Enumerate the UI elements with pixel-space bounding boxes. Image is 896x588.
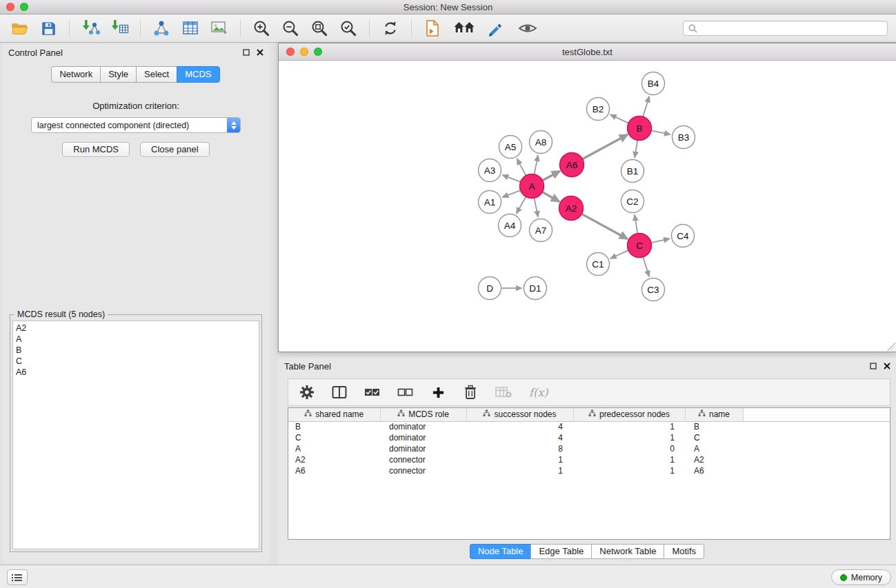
- table-row[interactable]: Bdominator41B: [288, 421, 890, 432]
- export-image-icon[interactable]: [208, 17, 230, 39]
- graph-node-D1[interactable]: D1: [524, 277, 547, 300]
- graph-node-C3[interactable]: C3: [642, 278, 665, 301]
- graph-node-C4[interactable]: C4: [672, 225, 695, 247]
- memory-button[interactable]: Memory: [831, 569, 891, 585]
- float-panel-icon[interactable]: [243, 48, 250, 58]
- close-table-panel-icon[interactable]: [884, 361, 890, 372]
- import-network-from-file-icon[interactable]: [79, 17, 101, 39]
- show-columns-icon[interactable]: [332, 383, 347, 401]
- graph-edge-A-A7[interactable]: [534, 198, 538, 217]
- graph-node-B1[interactable]: B1: [621, 160, 644, 183]
- graph-node-B3[interactable]: B3: [673, 126, 695, 149]
- column-header-predecessor-nodes[interactable]: predecessor nodes: [573, 408, 685, 421]
- tab-node-table[interactable]: Node Table: [470, 544, 532, 559]
- table-row[interactable]: A6connector11A6: [288, 465, 890, 476]
- graph-edge-B-B1[interactable]: [635, 140, 637, 157]
- minimize-network-window-button[interactable]: [300, 48, 308, 56]
- tab-style[interactable]: Style: [100, 66, 137, 83]
- save-session-icon[interactable]: [37, 17, 59, 39]
- tab-edge-table[interactable]: Edge Table: [530, 544, 592, 559]
- criterion-dropdown[interactable]: largest connected component (directed): [31, 117, 241, 133]
- apply-layout-icon[interactable]: [379, 17, 401, 39]
- zoom-network-window-button[interactable]: [314, 48, 322, 56]
- graph-edge-A-A3[interactable]: [502, 175, 520, 182]
- delete-column-icon[interactable]: [463, 383, 478, 401]
- column-header-name[interactable]: name: [685, 408, 743, 421]
- window-resize-grip[interactable]: [887, 343, 895, 351]
- tab-mcds[interactable]: MCDS: [177, 66, 219, 83]
- graph-edge-A-A2[interactable]: [542, 192, 559, 202]
- create-column-icon[interactable]: [430, 383, 446, 401]
- table-row[interactable]: Adominator80A: [288, 443, 890, 454]
- new-network-icon[interactable]: [150, 17, 172, 39]
- zoom-in-icon[interactable]: [250, 17, 272, 39]
- annotation-pen-icon[interactable]: [485, 17, 507, 39]
- graph-edge-C-C1[interactable]: [610, 250, 628, 258]
- tab-motifs[interactable]: Motifs: [664, 544, 704, 559]
- export-document-icon[interactable]: [421, 17, 444, 39]
- graph-node-A2[interactable]: A2: [559, 196, 584, 221]
- table-settings-gear-icon[interactable]: [299, 383, 315, 401]
- search-input[interactable]: [701, 23, 882, 33]
- mcds-result-item[interactable]: A6: [16, 367, 259, 378]
- tab-select[interactable]: Select: [136, 66, 177, 83]
- graph-edge-A-A1[interactable]: [502, 190, 520, 197]
- float-table-panel-icon[interactable]: [870, 361, 877, 372]
- graph-node-D[interactable]: D: [479, 277, 501, 300]
- task-history-button[interactable]: [7, 569, 28, 585]
- graph-node-A1[interactable]: A1: [479, 191, 501, 214]
- graph-node-A7[interactable]: A7: [530, 219, 552, 242]
- network-window-titlebar[interactable]: testGlobe.txt: [279, 43, 896, 61]
- graph-node-B2[interactable]: B2: [587, 98, 610, 121]
- close-panel-icon[interactable]: [257, 48, 263, 58]
- tab-network-table[interactable]: Network Table: [591, 544, 664, 559]
- new-table-icon[interactable]: [179, 17, 201, 39]
- eye-icon[interactable]: [517, 17, 539, 39]
- mcds-result-item[interactable]: A: [16, 334, 259, 345]
- graph-edge-B-B3[interactable]: [651, 130, 670, 134]
- search-field[interactable]: [683, 21, 888, 36]
- graph-node-A3[interactable]: A3: [479, 159, 501, 182]
- graph-edge-A2-C[interactable]: [581, 214, 628, 239]
- open-session-icon[interactable]: [8, 17, 30, 39]
- graph-node-B[interactable]: B: [628, 116, 652, 141]
- mcds-result-item[interactable]: C: [16, 356, 259, 367]
- graph-edge-A-A6[interactable]: [542, 171, 559, 181]
- graph-node-C2[interactable]: C2: [621, 190, 644, 213]
- deselect-all-rows-icon[interactable]: [397, 383, 413, 401]
- graph-edge-C-C4[interactable]: [651, 239, 670, 243]
- graph-edge-C-C3[interactable]: [643, 257, 649, 277]
- run-mcds-button[interactable]: Run MCDS: [62, 142, 130, 157]
- column-header-mcds-role[interactable]: MCDS role: [380, 408, 466, 421]
- network-canvas[interactable]: B4B2BB3A5A8A6B1A3AC2A1A2A4A7C4CC1C3DD1: [279, 61, 896, 352]
- graph-edge-B-B4[interactable]: [643, 97, 649, 117]
- graph-edge-A-A8[interactable]: [534, 155, 538, 174]
- zoom-out-icon[interactable]: [279, 17, 301, 39]
- zoom-fit-icon[interactable]: [308, 17, 330, 39]
- graph-node-A5[interactable]: A5: [499, 136, 522, 159]
- mcds-result-item[interactable]: B: [16, 345, 259, 356]
- close-network-window-button[interactable]: [286, 48, 295, 56]
- mcds-result-item[interactable]: A2: [16, 323, 259, 334]
- graph-node-A[interactable]: A: [520, 174, 544, 199]
- table-row[interactable]: Cdominator41C: [288, 432, 890, 443]
- import-table-from-file-icon[interactable]: [108, 17, 130, 39]
- graph-node-A4[interactable]: A4: [499, 214, 521, 237]
- graph-edge-C-C2[interactable]: [635, 214, 637, 233]
- zoom-selected-icon[interactable]: [337, 17, 359, 39]
- graph-node-A6[interactable]: A6: [560, 153, 584, 177]
- graph-node-B4[interactable]: B4: [642, 72, 665, 95]
- table-row[interactable]: A2connector11A2: [288, 454, 890, 465]
- node-table-container[interactable]: shared nameMCDS rolesuccessor nodesprede…: [288, 407, 890, 540]
- zoom-window-button[interactable]: [20, 3, 28, 11]
- close-panel-button[interactable]: Close panel: [140, 142, 210, 157]
- graph-node-C1[interactable]: C1: [587, 253, 610, 276]
- mcds-result-list[interactable]: A2ABCA6: [12, 321, 259, 549]
- select-all-rows-icon[interactable]: [364, 383, 380, 401]
- graph-edge-A-A5[interactable]: [517, 159, 526, 175]
- close-window-button[interactable]: [6, 3, 14, 11]
- home-icon[interactable]: [453, 17, 475, 39]
- column-header-shared-name[interactable]: shared name: [288, 408, 380, 421]
- graph-node-A8[interactable]: A8: [530, 131, 552, 154]
- graph-edge-A6-B[interactable]: [582, 134, 627, 159]
